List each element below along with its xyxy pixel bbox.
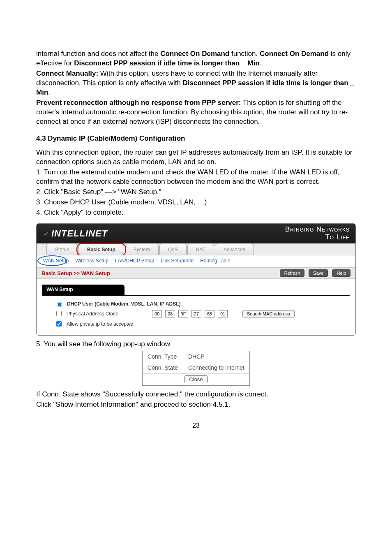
mac-field-3[interactable] bbox=[178, 310, 188, 317]
tab-qos[interactable]: QoS bbox=[159, 244, 187, 255]
dhcp-user-label: DHCP User (Cable Modem, VDSL, LAN, IP AD… bbox=[67, 301, 181, 307]
allow-private-ip-label: Allow private ip to be accepted bbox=[67, 321, 134, 327]
checkmark-icon bbox=[42, 230, 50, 237]
tagline: Bringing Networks To Life bbox=[285, 226, 350, 241]
mac-sep: - bbox=[189, 311, 191, 317]
tab-basic-setup[interactable]: Basic Setup bbox=[78, 244, 124, 255]
tagline-line1: Bringing Networks bbox=[285, 226, 350, 234]
main-tabs: Status Basic Setup System QoS NAT Advanc… bbox=[37, 243, 355, 255]
mac-sep: - bbox=[176, 311, 178, 317]
sub-tabs: WAN Setup Wireless Setup LAN/DHCP Setup … bbox=[37, 255, 355, 267]
step-4: 4. Click "Apply" to complete. bbox=[36, 208, 356, 218]
prevent-reconnection-label: Prevent reconnection although no respons… bbox=[36, 99, 241, 107]
refresh-button[interactable]: Refresh bbox=[280, 269, 305, 277]
text-bold: Disconnect PPP session if idle time is l… bbox=[74, 59, 259, 67]
search-mac-button[interactable]: Search MAC address bbox=[242, 310, 295, 317]
subtab-wan-setup[interactable]: WAN Setup bbox=[42, 257, 70, 264]
step-1: 1. Turn on the external cable modem and … bbox=[36, 168, 356, 187]
panel-body: WAN Setup DHCP User (Cable Modem, VDSL, … bbox=[37, 279, 355, 335]
page-number: 23 bbox=[36, 422, 356, 429]
tagline-line2: To Life bbox=[285, 234, 350, 241]
popup-conn-state-value: Connecting to internet bbox=[183, 362, 249, 373]
tab-advanced[interactable]: Advanced bbox=[215, 244, 254, 255]
dhcp-user-radio[interactable] bbox=[57, 302, 62, 307]
subtab-routing-table[interactable]: Routing Table bbox=[198, 257, 232, 264]
intro-4-3: With this connection option, the router … bbox=[36, 148, 356, 167]
tab-system[interactable]: System bbox=[125, 244, 159, 255]
mac-sep: - bbox=[215, 311, 217, 317]
mac-field-1[interactable] bbox=[152, 310, 162, 317]
subtab-lan-dhcp-setup[interactable]: LAN/DHCP Setup bbox=[113, 257, 156, 264]
connection-popup: Conn. Type DHCP Conn. State Connecting t… bbox=[142, 351, 250, 386]
physical-address-clone-checkbox[interactable] bbox=[56, 311, 62, 316]
mac-field-2[interactable] bbox=[165, 310, 175, 317]
router-header: INTELLINET Bringing Networks To Life bbox=[37, 224, 355, 243]
subtab-wireless-setup[interactable]: Wireless Setup bbox=[74, 257, 110, 264]
router-admin-screenshot: INTELLINET Bringing Networks To Life Sta… bbox=[36, 223, 356, 336]
allow-private-ip-checkbox[interactable] bbox=[56, 321, 62, 327]
panel-title: WAN Setup bbox=[42, 285, 125, 295]
popup-conn-state-label: Conn. State bbox=[143, 362, 183, 373]
popup-close-button[interactable]: Close bbox=[184, 375, 207, 383]
tab-basic-setup-label: Basic Setup bbox=[87, 247, 115, 253]
text-fragment: internal function and does not affect th… bbox=[36, 50, 160, 58]
panel-divider bbox=[42, 295, 350, 296]
brand-text: INTELLINET bbox=[51, 228, 108, 239]
text-fragment: . bbox=[260, 59, 262, 67]
text-fragment: function. bbox=[229, 50, 260, 58]
popup-conn-type-label: Conn. Type bbox=[143, 351, 183, 362]
brand-logo: INTELLINET bbox=[42, 228, 108, 239]
step-3: 3. Choose DHCP User (Cable modem, VDSL, … bbox=[36, 198, 356, 207]
closing-2: Click "Show Internet Information" and pr… bbox=[36, 400, 356, 410]
mac-field-4[interactable] bbox=[191, 310, 201, 317]
tab-status[interactable]: Status bbox=[46, 244, 78, 255]
mac-field-6[interactable] bbox=[218, 310, 228, 317]
breadcrumb-bar: Basic Setup >> WAN Setup Refresh Save He… bbox=[37, 267, 355, 279]
heading-4-3: 4.3 Dynamic IP (Cable/Modem) Configurati… bbox=[36, 134, 356, 144]
help-button[interactable]: Help bbox=[332, 269, 350, 277]
subtab-link-setup[interactable]: Link Setup/Info bbox=[159, 257, 195, 264]
text-fragment: . bbox=[48, 88, 50, 96]
mac-field-5[interactable] bbox=[205, 310, 214, 317]
breadcrumb: Basic Setup >> WAN Setup bbox=[42, 270, 110, 276]
closing-1: If Conn. State shows "Successfully conne… bbox=[36, 390, 356, 399]
popup-conn-type-value: DHCP bbox=[183, 351, 249, 362]
text-bold: Connect On Demand bbox=[160, 50, 229, 58]
mac-address-inputs: - - - - - bbox=[152, 310, 228, 317]
save-button[interactable]: Save bbox=[309, 269, 328, 277]
step-2: 2. Click "Basic Setup" —> "WAN Setup." bbox=[36, 188, 356, 197]
physical-address-clone-label: Physical Address Clone bbox=[67, 311, 149, 317]
tab-nat[interactable]: NAT bbox=[187, 244, 214, 255]
text-bold: Connect On Demand bbox=[260, 50, 329, 58]
connect-manually-label: Connect Manually: bbox=[36, 70, 98, 77]
step-5: 5. You will see the following pop-up win… bbox=[36, 340, 356, 349]
mac-sep: - bbox=[163, 311, 164, 317]
mac-sep: - bbox=[202, 311, 204, 317]
